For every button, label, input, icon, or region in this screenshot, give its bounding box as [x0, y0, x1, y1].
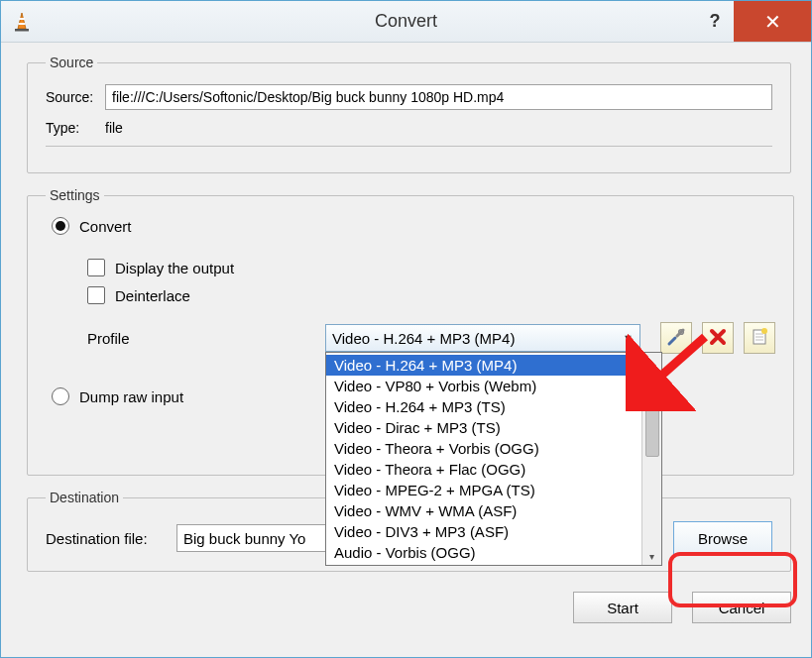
profile-option[interactable]: Video - VP80 + Vorbis (Webm): [326, 376, 641, 396]
destination-legend: Destination: [46, 490, 123, 505]
chevron-down-icon: ▼: [623, 332, 634, 344]
close-icon: ✕: [764, 10, 781, 34]
profile-option[interactable]: Video - MPEG-2 + MPGA (TS): [326, 480, 641, 500]
window-title: Convert: [1, 11, 811, 32]
dialog-button-row: Start Cancel: [27, 592, 791, 623]
svg-point-9: [761, 328, 767, 334]
svg-rect-1: [19, 18, 25, 20]
display-output-checkbox[interactable]: [87, 259, 105, 276]
source-legend: Source: [46, 55, 97, 70]
settings-group: Settings Convert Display the output Dein…: [27, 187, 794, 476]
display-output-label: Display the output: [115, 260, 234, 276]
cancel-button[interactable]: Cancel: [692, 592, 791, 623]
edit-profile-button[interactable]: [660, 322, 692, 354]
new-profile-button[interactable]: [744, 322, 775, 354]
new-doc-icon: [750, 327, 769, 350]
profile-option[interactable]: Video - Theora + Vorbis (OGG): [326, 438, 641, 459]
browse-button[interactable]: Browse: [673, 521, 772, 555]
deinterlace-checkbox[interactable]: [87, 286, 105, 304]
scroll-down-icon[interactable]: ▾: [642, 547, 661, 565]
settings-legend: Settings: [46, 187, 104, 203]
profile-option[interactable]: Video - Theora + Flac (OGG): [326, 459, 641, 480]
svg-rect-2: [19, 23, 26, 25]
separator: [46, 146, 772, 147]
type-value: file: [105, 120, 123, 136]
source-label: Source:: [46, 89, 105, 105]
source-input[interactable]: [105, 84, 772, 110]
source-group: Source Source: Type: file: [27, 55, 791, 173]
convert-label: Convert: [79, 218, 132, 235]
profile-option-list: Video - H.264 + MP3 (MP4) Video - VP80 +…: [326, 353, 641, 565]
destination-label: Destination file:: [46, 530, 176, 547]
delete-profile-button[interactable]: [702, 322, 734, 354]
profile-option[interactable]: Video - H.264 + MP3 (TS): [326, 396, 641, 417]
dump-raw-radio[interactable]: [52, 387, 69, 405]
vlc-cone-icon: [11, 11, 33, 33]
dialog-body: Source Source: Type: file Settings Conve…: [1, 43, 811, 657]
svg-marker-0: [18, 13, 26, 29]
scrollbar-thumb[interactable]: [645, 373, 659, 457]
profile-option[interactable]: Audio - Vorbis (OGG): [326, 542, 641, 563]
close-button[interactable]: ✕: [734, 1, 811, 42]
convert-radio[interactable]: [52, 217, 69, 235]
convert-dialog: Convert ? ✕ Source Source: Type: file Se…: [0, 0, 812, 658]
titlebar: Convert ? ✕: [1, 1, 811, 43]
profile-dropdown: Video - H.264 + MP3 (MP4) Video - VP80 +…: [325, 352, 662, 566]
profile-option[interactable]: Video - WMV + WMA (ASF): [326, 500, 641, 521]
profile-option[interactable]: Video - DIV3 + MP3 (ASF): [326, 521, 641, 542]
profile-option[interactable]: Video - H.264 + MP3 (MP4): [326, 355, 641, 376]
start-button[interactable]: Start: [573, 592, 672, 623]
type-label: Type:: [46, 120, 105, 136]
profile-option[interactable]: Video - Dirac + MP3 (TS): [326, 417, 641, 438]
profile-label: Profile: [87, 330, 325, 347]
scroll-up-icon[interactable]: ▴: [642, 353, 661, 371]
svg-rect-3: [15, 29, 29, 32]
profile-select[interactable]: Video - H.264 + MP3 (MP4) ▼: [325, 324, 640, 352]
dropdown-scrollbar[interactable]: ▴ ▾: [641, 353, 661, 565]
delete-x-icon: [708, 327, 728, 350]
dump-raw-label: Dump raw input: [79, 388, 183, 405]
help-button[interactable]: ?: [696, 1, 734, 42]
deinterlace-label: Deinterlace: [115, 287, 190, 304]
profile-selected-value: Video - H.264 + MP3 (MP4): [332, 330, 515, 347]
wrench-icon: [666, 327, 686, 350]
